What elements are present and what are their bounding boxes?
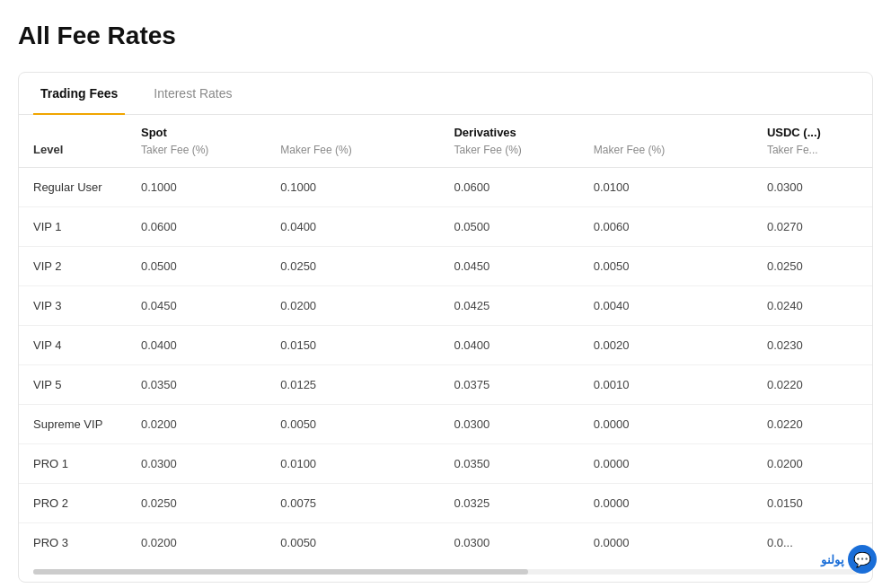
table-row: PRO 3 0.0200 0.0050 0.0300 0.0000 0.0...: [19, 523, 872, 563]
fee-rates-table: Spot Derivatives USDC (...) Level Taker …: [19, 115, 872, 562]
cell-level: VIP 2: [19, 247, 127, 286]
cell-spacer2: [724, 365, 753, 405]
cell-level: VIP 1: [19, 207, 127, 247]
usdc-taker-sub-header: Taker Fe...: [753, 141, 872, 168]
cell-spacer2: [724, 247, 753, 286]
cell-spot-taker: 0.1000: [127, 168, 266, 207]
cell-spacer2: [724, 207, 753, 247]
cell-deriv-taker: 0.0450: [439, 247, 578, 286]
cell-spot-maker: 0.0200: [266, 286, 410, 326]
cell-spot-maker: 0.0100: [266, 444, 410, 484]
cell-spacer1: [410, 326, 439, 365]
cell-spot-taker: 0.0500: [127, 247, 266, 286]
level-sub-header: Level: [19, 141, 127, 168]
cell-usdc-taker: 0.0240: [753, 286, 872, 326]
spot-taker-sub-header: Taker Fee (%): [127, 141, 266, 168]
cell-deriv-taker: 0.0600: [439, 168, 578, 207]
cell-deriv-taker: 0.0350: [439, 444, 578, 484]
cell-spacer1: [410, 405, 439, 444]
cell-spacer1: [410, 286, 439, 326]
cell-spot-taker: 0.0200: [127, 523, 266, 563]
spacer2-group-header: [724, 115, 753, 141]
column-sub-header-row: Level Taker Fee (%) Maker Fee (%) Taker …: [19, 141, 872, 168]
cell-usdc-taker: 0.0270: [753, 207, 872, 247]
cell-usdc-taker: 0.0250: [753, 247, 872, 286]
cell-spacer2: [724, 168, 753, 207]
table-row: Supreme VIP 0.0200 0.0050 0.0300 0.0000 …: [19, 405, 872, 444]
derivatives-group-header: Derivatives: [439, 115, 723, 141]
cell-spacer2: [724, 484, 753, 523]
spot-group-header: Spot: [127, 115, 410, 141]
cell-deriv-maker: 0.0040: [579, 286, 724, 326]
page-container: All Fee Rates Trading Fees Interest Rate…: [0, 0, 891, 588]
cell-spot-maker: 0.1000: [266, 168, 410, 207]
cell-spacer1: [410, 444, 439, 484]
cell-spacer1: [410, 484, 439, 523]
tab-interest-rates[interactable]: Interest Rates: [146, 74, 239, 115]
deriv-taker-sub-header: Taker Fee (%): [439, 141, 578, 168]
cell-spot-taker: 0.0400: [127, 326, 266, 365]
spacer1-group-header: [410, 115, 439, 141]
page-title: All Fee Rates: [18, 22, 873, 50]
tab-trading-fees[interactable]: Trading Fees: [33, 74, 125, 115]
cell-deriv-taker: 0.0300: [439, 523, 578, 563]
table-row: Regular User 0.1000 0.1000 0.0600 0.0100…: [19, 168, 872, 207]
cell-level: PRO 1: [19, 444, 127, 484]
column-group-header-row: Spot Derivatives USDC (...): [19, 115, 872, 141]
cell-spot-taker: 0.0300: [127, 444, 266, 484]
watermark: پولنو 💬: [821, 545, 877, 574]
spacer2-sub-header: [724, 141, 753, 168]
cell-deriv-maker: 0.0000: [579, 405, 724, 444]
cell-deriv-maker: 0.0050: [579, 247, 724, 286]
watermark-text: پولنو: [821, 553, 844, 566]
cell-deriv-maker: 0.0060: [579, 207, 724, 247]
cell-spot-taker: 0.0450: [127, 286, 266, 326]
cell-spot-taker: 0.0200: [127, 405, 266, 444]
level-group-header: [19, 115, 127, 141]
table-row: PRO 1 0.0300 0.0100 0.0350 0.0000 0.0200: [19, 444, 872, 484]
table-row: VIP 5 0.0350 0.0125 0.0375 0.0010 0.0220: [19, 365, 872, 405]
cell-spot-maker: 0.0400: [266, 207, 410, 247]
horizontal-scrollbar[interactable]: [33, 569, 858, 575]
cell-level: VIP 4: [19, 326, 127, 365]
cell-level: VIP 5: [19, 365, 127, 405]
cell-usdc-taker: 0.0220: [753, 365, 872, 405]
cell-usdc-taker: 0.0230: [753, 326, 872, 365]
fee-table-body: Regular User 0.1000 0.1000 0.0600 0.0100…: [19, 168, 872, 563]
cell-deriv-taker: 0.0400: [439, 326, 578, 365]
cell-spot-taker: 0.0600: [127, 207, 266, 247]
cell-spot-maker: 0.0050: [266, 523, 410, 563]
cell-spot-maker: 0.0075: [266, 484, 410, 523]
cell-usdc-taker: 0.0300: [753, 168, 872, 207]
cell-deriv-maker: 0.0000: [579, 484, 724, 523]
table-row: VIP 4 0.0400 0.0150 0.0400 0.0020 0.0230: [19, 326, 872, 365]
cell-usdc-taker: 0.0220: [753, 405, 872, 444]
cell-deriv-taker: 0.0300: [439, 405, 578, 444]
table-row: PRO 2 0.0250 0.0075 0.0325 0.0000 0.0150: [19, 484, 872, 523]
cell-spacer2: [724, 444, 753, 484]
cell-level: Regular User: [19, 168, 127, 207]
cell-spacer2: [724, 326, 753, 365]
cell-spot-taker: 0.0350: [127, 365, 266, 405]
cell-spacer2: [724, 523, 753, 563]
table-wrapper: Spot Derivatives USDC (...) Level Taker …: [19, 115, 872, 582]
tab-bar: Trading Fees Interest Rates: [19, 73, 872, 115]
cell-deriv-maker: 0.0000: [579, 444, 724, 484]
cell-level: Supreme VIP: [19, 405, 127, 444]
cell-deriv-taker: 0.0500: [439, 207, 578, 247]
cell-deriv-maker: 0.0020: [579, 326, 724, 365]
cell-spacer1: [410, 523, 439, 563]
cell-deriv-maker: 0.0010: [579, 365, 724, 405]
cell-spacer1: [410, 207, 439, 247]
cell-level: VIP 3: [19, 286, 127, 326]
cell-spot-maker: 0.0150: [266, 326, 410, 365]
usdc-group-header: USDC (...): [753, 115, 872, 141]
scrollbar-thumb: [33, 569, 528, 575]
cell-spacer2: [724, 286, 753, 326]
cell-deriv-taker: 0.0425: [439, 286, 578, 326]
table-row: VIP 2 0.0500 0.0250 0.0450 0.0050 0.0250: [19, 247, 872, 286]
cell-deriv-maker: 0.0000: [579, 523, 724, 563]
cell-usdc-taker: 0.0200: [753, 444, 872, 484]
cell-deriv-taker: 0.0325: [439, 484, 578, 523]
cell-spot-maker: 0.0250: [266, 247, 410, 286]
